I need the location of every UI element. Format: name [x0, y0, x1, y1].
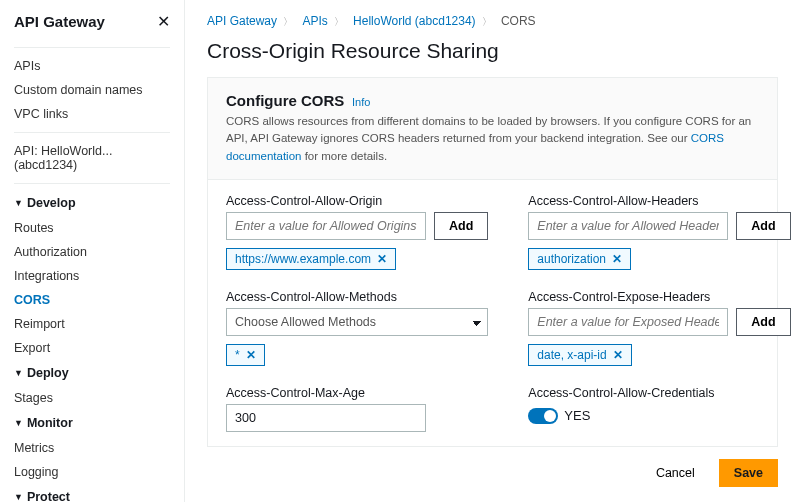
- sidebar-item-reimport[interactable]: Reimport: [0, 312, 184, 336]
- sidebar-section-monitor[interactable]: ▼Monitor: [0, 410, 184, 436]
- select-allow-methods[interactable]: Choose Allowed Methods: [226, 308, 488, 336]
- sidebar-api-label: API: HelloWorld...(abcd1234): [0, 139, 184, 177]
- cancel-button[interactable]: Cancel: [642, 459, 709, 487]
- remove-tag-icon[interactable]: ✕: [246, 348, 256, 362]
- configure-cors-panel: Configure CORS Info CORS allows resource…: [207, 77, 778, 447]
- caret-down-icon: ▼: [14, 492, 23, 502]
- main-content: API Gateway〉 APIs〉 HelloWorld (abcd1234)…: [185, 0, 800, 502]
- remove-tag-icon[interactable]: ✕: [613, 348, 623, 362]
- add-allow-origin-button[interactable]: Add: [434, 212, 488, 240]
- input-allow-headers[interactable]: [528, 212, 728, 240]
- remove-tag-icon[interactable]: ✕: [377, 252, 387, 266]
- field-allow-methods: Access-Control-Allow-Methods Choose Allo…: [226, 290, 488, 366]
- sidebar-item-cors[interactable]: CORS: [0, 288, 184, 312]
- info-link[interactable]: Info: [352, 96, 370, 108]
- label-allow-headers: Access-Control-Allow-Headers: [528, 194, 790, 208]
- sidebar-item-logging[interactable]: Logging: [0, 460, 184, 484]
- sidebar-item-custom-domain-names[interactable]: Custom domain names: [0, 78, 184, 102]
- tag-allow-methods-0: *✕: [226, 344, 265, 366]
- breadcrumb-api-gateway[interactable]: API Gateway: [207, 14, 277, 28]
- toggle-value: YES: [564, 408, 590, 423]
- sidebar-section-develop[interactable]: ▼Develop: [0, 190, 184, 216]
- field-allow-headers: Access-Control-Allow-Headers Add authori…: [528, 194, 790, 270]
- sidebar-section-protect[interactable]: ▼Protect: [0, 484, 184, 502]
- close-icon[interactable]: ✕: [157, 12, 170, 31]
- add-expose-headers-button[interactable]: Add: [736, 308, 790, 336]
- label-allow-origin: Access-Control-Allow-Origin: [226, 194, 488, 208]
- sidebar: API Gateway ✕ APIs Custom domain names V…: [0, 0, 185, 502]
- field-allow-origin: Access-Control-Allow-Origin Add https://…: [226, 194, 488, 270]
- field-allow-credentials: Access-Control-Allow-Credentials YES: [528, 386, 790, 432]
- field-expose-headers: Access-Control-Expose-Headers Add date, …: [528, 290, 790, 366]
- input-max-age[interactable]: [226, 404, 426, 432]
- sidebar-title: API Gateway: [14, 13, 105, 30]
- sidebar-item-routes[interactable]: Routes: [0, 216, 184, 240]
- panel-description: CORS allows resources from different dom…: [226, 113, 759, 165]
- caret-down-icon: ▼: [14, 198, 23, 208]
- input-allow-origin[interactable]: [226, 212, 426, 240]
- action-bar: Cancel Save: [207, 459, 778, 487]
- remove-tag-icon[interactable]: ✕: [612, 252, 622, 266]
- breadcrumb-apis[interactable]: APIs: [302, 14, 327, 28]
- breadcrumb-current: CORS: [501, 14, 536, 28]
- sidebar-item-authorization[interactable]: Authorization: [0, 240, 184, 264]
- label-allow-methods: Access-Control-Allow-Methods: [226, 290, 488, 304]
- label-allow-credentials: Access-Control-Allow-Credentials: [528, 386, 790, 400]
- sidebar-item-metrics[interactable]: Metrics: [0, 436, 184, 460]
- add-allow-headers-button[interactable]: Add: [736, 212, 790, 240]
- caret-down-icon: ▼: [14, 368, 23, 378]
- toggle-allow-credentials[interactable]: [528, 408, 558, 424]
- sidebar-item-vpc-links[interactable]: VPC links: [0, 102, 184, 126]
- input-expose-headers[interactable]: [528, 308, 728, 336]
- field-max-age: Access-Control-Max-Age: [226, 386, 488, 432]
- sidebar-item-stages[interactable]: Stages: [0, 386, 184, 410]
- label-max-age: Access-Control-Max-Age: [226, 386, 488, 400]
- tag-expose-headers-0: date, x-api-id✕: [528, 344, 631, 366]
- sidebar-item-export[interactable]: Export: [0, 336, 184, 360]
- save-button[interactable]: Save: [719, 459, 778, 487]
- sidebar-item-apis[interactable]: APIs: [0, 54, 184, 78]
- breadcrumb-helloworld[interactable]: HelloWorld (abcd1234): [353, 14, 476, 28]
- caret-down-icon: ▼: [14, 418, 23, 428]
- panel-title: Configure CORS: [226, 92, 344, 109]
- page-title: Cross-Origin Resource Sharing: [207, 39, 778, 63]
- label-expose-headers: Access-Control-Expose-Headers: [528, 290, 790, 304]
- sidebar-item-integrations[interactable]: Integrations: [0, 264, 184, 288]
- sidebar-section-deploy[interactable]: ▼Deploy: [0, 360, 184, 386]
- tag-allow-origin-0: https://www.example.com✕: [226, 248, 396, 270]
- breadcrumb: API Gateway〉 APIs〉 HelloWorld (abcd1234)…: [207, 14, 778, 29]
- tag-allow-headers-0: authorization✕: [528, 248, 631, 270]
